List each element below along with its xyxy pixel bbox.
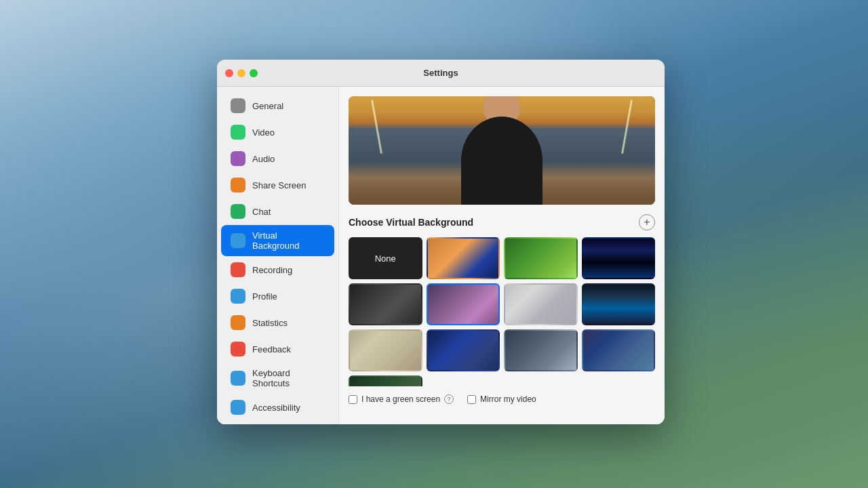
green-screen-label: I have a green screen (361, 394, 440, 404)
sidebar-item-statistics[interactable]: Statistics (221, 310, 334, 336)
sidebar-label-share-screen: Share Screen (252, 180, 307, 190)
video-preview (349, 96, 655, 205)
green-screen-checkbox[interactable] (349, 395, 357, 404)
background-thumb-3[interactable] (582, 237, 656, 279)
modal-body: GeneralVideoAudioShare ScreenChatVirtual… (217, 87, 665, 424)
mirror-video-label: Mirror my video (480, 394, 536, 404)
profile-icon (231, 289, 245, 304)
sidebar-label-feedback: Feedback (252, 344, 291, 354)
sidebar-label-audio: Audio (252, 154, 275, 164)
feedback-icon (231, 342, 245, 357)
background-grid: None (349, 237, 655, 386)
sidebar-item-video[interactable]: Video (221, 119, 334, 145)
keyboard-shortcuts-icon (231, 371, 245, 386)
sidebar-item-share-screen[interactable]: Share Screen (221, 172, 334, 198)
background-thumb-4[interactable] (349, 283, 422, 325)
window-controls (225, 69, 258, 77)
minimize-button[interactable] (237, 69, 245, 77)
background-thumb-11[interactable] (582, 329, 656, 371)
maximize-button[interactable] (250, 69, 258, 77)
background-thumb-1[interactable] (427, 237, 500, 279)
person-silhouette (461, 117, 542, 205)
virtual-background-icon (231, 233, 245, 248)
accessibility-icon (231, 400, 245, 415)
sidebar-label-recording: Recording (252, 265, 292, 275)
background-thumb-6[interactable] (504, 283, 578, 325)
sidebar-label-general: General (252, 101, 283, 111)
recording-icon (231, 262, 245, 277)
sidebar-label-statistics: Statistics (252, 318, 288, 328)
section-header: Choose Virtual Background + (349, 214, 655, 230)
sidebar-item-feedback[interactable]: Feedback (221, 336, 334, 362)
sidebar-item-recording[interactable]: Recording (221, 257, 334, 283)
section-title: Choose Virtual Background (349, 217, 473, 228)
sidebar-item-keyboard-shortcuts[interactable]: Keyboard Shortcuts (221, 363, 334, 394)
checkbox-row: I have a green screen ? Mirror my video (349, 394, 655, 404)
close-button[interactable] (225, 69, 233, 77)
statistics-icon (231, 315, 245, 330)
add-background-button[interactable]: + (639, 214, 655, 230)
sidebar-label-accessibility: Accessibility (252, 403, 300, 413)
green-screen-option[interactable]: I have a green screen ? (349, 394, 454, 404)
sidebar-item-profile[interactable]: Profile (221, 283, 334, 309)
share-screen-icon (231, 178, 245, 192)
sidebar-label-virtual-background: Virtual Background (252, 230, 325, 251)
main-content: Choose Virtual Background + None (339, 87, 665, 424)
sidebar-item-accessibility[interactable]: Accessibility (221, 394, 334, 420)
sidebar-label-chat: Chat (252, 207, 271, 217)
background-thumb-7[interactable] (582, 283, 656, 325)
mirror-video-checkbox[interactable] (467, 395, 476, 404)
background-thumb-2[interactable] (504, 237, 578, 279)
audio-icon (231, 151, 245, 166)
sidebar-label-keyboard-shortcuts: Keyboard Shortcuts (252, 368, 325, 388)
sidebar-label-video: Video (252, 127, 275, 138)
help-icon[interactable]: ? (444, 394, 454, 404)
sidebar-item-general[interactable]: General (221, 93, 334, 119)
chat-icon (231, 204, 245, 219)
background-thumb-10[interactable] (504, 329, 578, 371)
sidebar-label-profile: Profile (252, 291, 277, 302)
sidebar-item-chat[interactable]: Chat (221, 199, 334, 224)
background-none[interactable]: None (349, 237, 422, 279)
video-icon (231, 125, 245, 140)
background-thumb-12[interactable] (349, 375, 422, 386)
general-icon (231, 98, 245, 113)
settings-modal: Settings GeneralVideoAudioShare ScreenCh… (217, 60, 665, 424)
sidebar-item-virtual-background[interactable]: Virtual Background (221, 225, 334, 256)
mirror-video-option[interactable]: Mirror my video (467, 394, 536, 404)
title-bar: Settings (217, 60, 665, 87)
background-thumb-5[interactable] (427, 283, 500, 325)
background-thumb-8[interactable] (349, 329, 422, 371)
background-thumb-9[interactable] (427, 329, 500, 371)
sidebar-item-audio[interactable]: Audio (221, 146, 334, 171)
sidebar: GeneralVideoAudioShare ScreenChatVirtual… (217, 87, 339, 424)
window-title: Settings (423, 68, 458, 78)
